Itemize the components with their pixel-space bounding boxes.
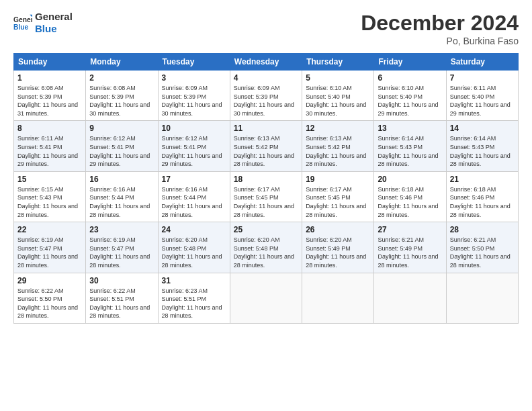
day-number: 3 <box>162 73 226 83</box>
day-info: Sunrise: 6:18 AM Sunset: 5:46 PM Dayligh… <box>450 185 515 219</box>
day-info: Sunrise: 6:20 AM Sunset: 5:48 PM Dayligh… <box>162 236 226 269</box>
calendar-cell: 3 Sunrise: 6:09 AM Sunset: 5:39 PM Dayli… <box>158 71 230 121</box>
day-info: Sunrise: 6:14 AM Sunset: 5:43 PM Dayligh… <box>450 134 515 168</box>
day-number: 17 <box>162 175 226 184</box>
day-info: Sunrise: 6:21 AM Sunset: 5:49 PM Dayligh… <box>378 236 442 269</box>
calendar-cell: 7 Sunrise: 6:11 AM Sunset: 5:40 PM Dayli… <box>446 71 518 121</box>
calendar-cell: 21 Sunrise: 6:18 AM Sunset: 5:46 PM Dayl… <box>446 171 518 222</box>
col-monday: Monday <box>86 54 158 71</box>
calendar-cell: 14 Sunrise: 6:14 AM Sunset: 5:43 PM Dayl… <box>446 121 518 171</box>
svg-text:General: General <box>13 16 32 24</box>
calendar-cell: 6 Sunrise: 6:10 AM Sunset: 5:40 PM Dayli… <box>374 71 446 121</box>
calendar-cell: 15 Sunrise: 6:15 AM Sunset: 5:43 PM Dayl… <box>14 171 86 222</box>
logo-icon: General Blue <box>13 13 32 32</box>
calendar-cell: 23 Sunrise: 6:19 AM Sunset: 5:47 PM Dayl… <box>86 222 158 273</box>
calendar-week-3: 15 Sunrise: 6:15 AM Sunset: 5:43 PM Dayl… <box>14 171 519 222</box>
calendar-cell: 22 Sunrise: 6:19 AM Sunset: 5:47 PM Dayl… <box>14 222 86 273</box>
calendar-cell <box>374 273 446 323</box>
day-info: Sunrise: 6:21 AM Sunset: 5:50 PM Dayligh… <box>450 236 515 269</box>
day-info: Sunrise: 6:20 AM Sunset: 5:48 PM Dayligh… <box>234 236 298 269</box>
day-info: Sunrise: 6:19 AM Sunset: 5:47 PM Dayligh… <box>17 236 82 269</box>
day-number: 13 <box>378 124 442 133</box>
location: Po, Burkina Faso <box>361 36 519 46</box>
svg-text:Blue: Blue <box>13 24 29 31</box>
calendar-cell: 19 Sunrise: 6:17 AM Sunset: 5:45 PM Dayl… <box>302 171 374 222</box>
day-info: Sunrise: 6:09 AM Sunset: 5:39 PM Dayligh… <box>162 84 226 118</box>
calendar-cell: 31 Sunrise: 6:23 AM Sunset: 5:51 PM Dayl… <box>158 273 230 323</box>
day-info: Sunrise: 6:23 AM Sunset: 5:51 PM Dayligh… <box>162 287 226 320</box>
day-info: Sunrise: 6:12 AM Sunset: 5:41 PM Dayligh… <box>89 134 154 168</box>
day-info: Sunrise: 6:16 AM Sunset: 5:44 PM Dayligh… <box>89 185 154 219</box>
day-info: Sunrise: 6:13 AM Sunset: 5:42 PM Dayligh… <box>306 134 370 168</box>
calendar-cell: 18 Sunrise: 6:17 AM Sunset: 5:45 PM Dayl… <box>230 171 302 222</box>
day-info: Sunrise: 6:11 AM Sunset: 5:40 PM Dayligh… <box>450 84 515 118</box>
day-info: Sunrise: 6:11 AM Sunset: 5:41 PM Dayligh… <box>17 134 82 168</box>
day-number: 10 <box>162 124 226 133</box>
calendar-table: Sunday Monday Tuesday Wednesday Thursday… <box>13 53 519 324</box>
day-info: Sunrise: 6:17 AM Sunset: 5:45 PM Dayligh… <box>234 185 298 219</box>
calendar-cell: 17 Sunrise: 6:16 AM Sunset: 5:44 PM Dayl… <box>158 171 230 222</box>
day-number: 19 <box>306 175 370 184</box>
calendar-cell: 1 Sunrise: 6:08 AM Sunset: 5:39 PM Dayli… <box>14 71 86 121</box>
day-info: Sunrise: 6:09 AM Sunset: 5:39 PM Dayligh… <box>234 84 298 118</box>
day-number: 25 <box>234 225 298 234</box>
col-friday: Friday <box>374 54 446 71</box>
calendar-week-4: 22 Sunrise: 6:19 AM Sunset: 5:47 PM Dayl… <box>14 222 519 273</box>
calendar-cell: 20 Sunrise: 6:18 AM Sunset: 5:46 PM Dayl… <box>374 171 446 222</box>
calendar-cell: 13 Sunrise: 6:14 AM Sunset: 5:43 PM Dayl… <box>374 121 446 171</box>
day-number: 11 <box>234 124 298 133</box>
day-number: 26 <box>306 225 370 234</box>
day-number: 21 <box>450 175 515 184</box>
day-number: 5 <box>306 73 370 83</box>
day-number: 4 <box>234 73 298 83</box>
calendar-cell <box>230 273 302 323</box>
day-info: Sunrise: 6:15 AM Sunset: 5:43 PM Dayligh… <box>17 185 82 219</box>
day-number: 1 <box>17 73 82 83</box>
calendar-cell: 4 Sunrise: 6:09 AM Sunset: 5:39 PM Dayli… <box>230 71 302 121</box>
day-info: Sunrise: 6:08 AM Sunset: 5:39 PM Dayligh… <box>89 84 154 118</box>
title-block: December 2024 Po, Burkina Faso <box>361 11 519 46</box>
day-number: 27 <box>378 225 442 234</box>
month-title: December 2024 <box>361 11 519 36</box>
day-number: 28 <box>450 225 515 234</box>
day-number: 2 <box>89 73 154 83</box>
calendar-cell: 28 Sunrise: 6:21 AM Sunset: 5:50 PM Dayl… <box>446 222 518 273</box>
day-info: Sunrise: 6:08 AM Sunset: 5:39 PM Dayligh… <box>17 84 82 118</box>
day-info: Sunrise: 6:16 AM Sunset: 5:44 PM Dayligh… <box>162 185 226 219</box>
day-info: Sunrise: 6:14 AM Sunset: 5:43 PM Dayligh… <box>378 134 442 168</box>
calendar-cell: 2 Sunrise: 6:08 AM Sunset: 5:39 PM Dayli… <box>86 71 158 121</box>
logo-line1: General <box>35 11 73 23</box>
day-info: Sunrise: 6:18 AM Sunset: 5:46 PM Dayligh… <box>378 185 442 219</box>
day-info: Sunrise: 6:17 AM Sunset: 5:45 PM Dayligh… <box>306 185 370 219</box>
calendar-cell: 10 Sunrise: 6:12 AM Sunset: 5:41 PM Dayl… <box>158 121 230 171</box>
day-number: 9 <box>89 124 154 133</box>
calendar-cell: 8 Sunrise: 6:11 AM Sunset: 5:41 PM Dayli… <box>14 121 86 171</box>
col-wednesday: Wednesday <box>230 54 302 71</box>
day-info: Sunrise: 6:12 AM Sunset: 5:41 PM Dayligh… <box>162 134 226 168</box>
calendar-cell: 30 Sunrise: 6:22 AM Sunset: 5:51 PM Dayl… <box>86 273 158 323</box>
day-number: 30 <box>89 276 154 285</box>
day-info: Sunrise: 6:22 AM Sunset: 5:50 PM Dayligh… <box>17 287 82 320</box>
col-saturday: Saturday <box>446 54 518 71</box>
day-number: 16 <box>89 175 154 184</box>
calendar-cell: 27 Sunrise: 6:21 AM Sunset: 5:49 PM Dayl… <box>374 222 446 273</box>
day-number: 7 <box>450 73 515 83</box>
day-info: Sunrise: 6:13 AM Sunset: 5:42 PM Dayligh… <box>234 134 298 168</box>
page: General Blue General Blue December 2024 … <box>0 0 532 411</box>
col-sunday: Sunday <box>14 54 86 71</box>
day-number: 29 <box>17 276 82 285</box>
day-info: Sunrise: 6:10 AM Sunset: 5:40 PM Dayligh… <box>378 84 442 118</box>
day-number: 14 <box>450 124 515 133</box>
calendar-cell: 25 Sunrise: 6:20 AM Sunset: 5:48 PM Dayl… <box>230 222 302 273</box>
calendar-cell: 12 Sunrise: 6:13 AM Sunset: 5:42 PM Dayl… <box>302 121 374 171</box>
calendar-cell: 24 Sunrise: 6:20 AM Sunset: 5:48 PM Dayl… <box>158 222 230 273</box>
calendar-cell: 26 Sunrise: 6:20 AM Sunset: 5:49 PM Dayl… <box>302 222 374 273</box>
day-info: Sunrise: 6:10 AM Sunset: 5:40 PM Dayligh… <box>306 84 370 118</box>
calendar-cell: 9 Sunrise: 6:12 AM Sunset: 5:41 PM Dayli… <box>86 121 158 171</box>
day-number: 15 <box>17 175 82 184</box>
calendar-week-5: 29 Sunrise: 6:22 AM Sunset: 5:50 PM Dayl… <box>14 273 519 323</box>
day-number: 20 <box>378 175 442 184</box>
col-thursday: Thursday <box>302 54 374 71</box>
calendar-cell: 29 Sunrise: 6:22 AM Sunset: 5:50 PM Dayl… <box>14 273 86 323</box>
day-number: 31 <box>162 276 226 285</box>
